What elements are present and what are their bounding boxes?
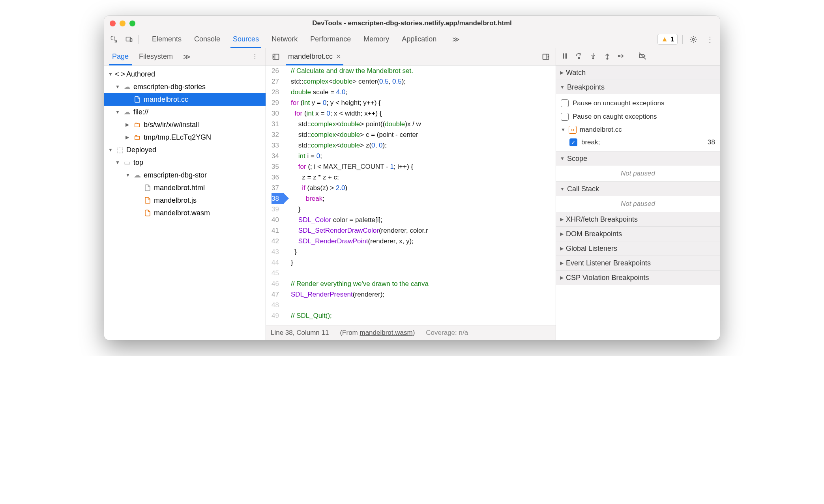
titlebar: DevTools - emscripten-dbg-stories.netlif…: [104, 16, 720, 31]
tab-page[interactable]: Page: [109, 48, 132, 65]
tab-application[interactable]: Application: [395, 31, 443, 48]
main-toolbar: ElementsConsoleSourcesNetworkPerformance…: [104, 31, 720, 48]
breakpoint-file[interactable]: ▼‹›mandelbrot.cc: [561, 123, 715, 136]
pane-breakpoints: ▼Breakpoints Pause on uncaught exception…: [556, 80, 720, 151]
file-tab[interactable]: mandelbrot.cc ✕: [286, 48, 343, 65]
tree-top[interactable]: ▼▭top: [104, 156, 266, 169]
pane-header-global[interactable]: ▶Global Listeners: [556, 241, 720, 256]
pane-global: ▶Global Listeners: [556, 241, 720, 256]
navigator-sidebar: Page Filesystem ≫ ⋮ ▼< >Authored ▼☁emscr…: [104, 48, 266, 340]
svg-point-10: [607, 58, 608, 59]
maximize-window-icon[interactable]: [129, 21, 135, 26]
code-editor[interactable]: 2627282930313233343536373839404142434445…: [266, 65, 556, 325]
pause-icon[interactable]: [561, 52, 569, 62]
pane-header-breakpoints[interactable]: ▼Breakpoints: [556, 80, 720, 94]
pane-header-dom[interactable]: ▶DOM Breakpoints: [556, 227, 720, 241]
tab-filesystem[interactable]: Filesystem: [136, 48, 176, 65]
pane-header-csp[interactable]: ▶CSP Violation Breakpoints: [556, 271, 720, 285]
tab-memory[interactable]: Memory: [357, 31, 395, 48]
pane-watch: ▶Watch: [556, 65, 720, 80]
deactivate-breakpoints-icon[interactable]: [639, 52, 646, 62]
toggle-debugger-icon[interactable]: [540, 51, 552, 63]
pane-header-event[interactable]: ▶Event Listener Breakpoints: [556, 256, 720, 270]
status-bar: Line 38, Column 11 (From mandelbrot.wasm…: [266, 325, 556, 340]
tab-elements[interactable]: Elements: [146, 31, 188, 48]
step-into-icon[interactable]: [589, 52, 597, 62]
tree-deployed[interactable]: ▼⬚Deployed: [104, 144, 266, 156]
minimize-window-icon[interactable]: [120, 21, 125, 26]
pane-xhr: ▶XHR/fetch Breakpoints: [556, 212, 720, 227]
svg-point-11: [618, 55, 620, 56]
tree-authored[interactable]: ▼< >Authored: [104, 68, 266, 80]
window-controls: [110, 21, 135, 26]
source-from: (From mandelbrot.wasm): [340, 329, 415, 337]
tree-file[interactable]: mandelbrot.js: [104, 194, 266, 207]
tab-sources[interactable]: Sources: [227, 31, 265, 48]
tree-file[interactable]: mandelbrot.html: [104, 181, 266, 194]
tree-site[interactable]: ▼☁emscripten-dbg-stories: [104, 80, 266, 93]
device-icon[interactable]: [123, 34, 135, 45]
svg-rect-4: [273, 54, 279, 59]
panel-tabs: ElementsConsoleSourcesNetworkPerformance…: [146, 31, 443, 48]
source-link[interactable]: mandelbrot.wasm: [360, 329, 412, 336]
devtools-window: DevTools - emscripten-dbg-stories.netlif…: [104, 16, 720, 340]
breakpoint-line[interactable]: ✓break;38: [561, 136, 715, 149]
coverage: Coverage: n/a: [426, 329, 468, 337]
pane-header-watch[interactable]: ▶Watch: [556, 65, 720, 80]
close-window-icon[interactable]: [110, 21, 116, 26]
pane-header-xhr[interactable]: ▶XHR/fetch Breakpoints: [556, 212, 720, 226]
svg-rect-5: [543, 54, 549, 59]
inspect-icon[interactable]: [108, 34, 120, 45]
pane-header-callstack[interactable]: ▼Call Stack: [556, 182, 720, 196]
divider: [138, 35, 139, 44]
tree-site[interactable]: ▼☁emscripten-dbg-stor: [104, 169, 266, 181]
pane-header-scope[interactable]: ▼Scope: [556, 151, 720, 166]
warning-count: 1: [670, 36, 674, 43]
warnings-badge[interactable]: ▲ 1: [657, 34, 678, 45]
tree-folder[interactable]: ▶🗀tmp/tmp.ELcTq2YGN: [104, 131, 266, 144]
svg-rect-7: [566, 53, 567, 58]
svg-point-9: [592, 58, 594, 59]
step-icon[interactable]: [618, 52, 625, 62]
close-icon[interactable]: ✕: [336, 53, 341, 60]
editor-tabs: mandelbrot.cc ✕: [266, 48, 556, 65]
tab-network[interactable]: Network: [265, 31, 304, 48]
kebab-icon[interactable]: ⋮: [249, 51, 261, 63]
warning-icon: ▲: [661, 35, 668, 43]
kebab-icon[interactable]: ⋮: [704, 34, 716, 45]
pane-callstack: ▼Call Stack Not paused: [556, 182, 720, 212]
more-icon[interactable]: ≫: [183, 52, 191, 61]
tree-file-proto[interactable]: ▼☁file://: [104, 106, 266, 118]
step-out-icon[interactable]: [603, 52, 611, 62]
pane-csp: ▶CSP Violation Breakpoints: [556, 271, 720, 285]
cursor-position: Line 38, Column 11: [271, 329, 329, 337]
divider: [632, 52, 632, 61]
toggle-navigator-icon[interactable]: [270, 51, 282, 63]
pane-event: ▶Event Listener Breakpoints: [556, 256, 720, 271]
main-body: Page Filesystem ≫ ⋮ ▼< >Authored ▼☁emscr…: [104, 48, 720, 340]
gutter[interactable]: 2627282930313233343536373839404142434445…: [266, 65, 284, 325]
tab-console[interactable]: Console: [188, 31, 227, 48]
checkbox-caught[interactable]: Pause on caught exceptions: [561, 110, 715, 123]
debugger-toolbar: [556, 48, 720, 65]
window-title: DevTools - emscripten-dbg-stories.netlif…: [312, 19, 512, 27]
callstack-not-paused: Not paused: [556, 196, 720, 212]
tree-file[interactable]: mandelbrot.wasm: [104, 207, 266, 219]
step-over-icon[interactable]: [575, 52, 583, 62]
divider: [682, 35, 683, 44]
file-tree: ▼< >Authored ▼☁emscripten-dbg-stories ma…: [104, 65, 266, 340]
svg-point-3: [693, 38, 695, 40]
more-tabs-icon[interactable]: ≫: [446, 31, 466, 48]
checkbox-uncaught[interactable]: Pause on uncaught exceptions: [561, 97, 715, 110]
pane-scope: ▼Scope Not paused: [556, 151, 720, 182]
tree-file-selected[interactable]: mandelbrot.cc: [104, 93, 266, 106]
tab-performance[interactable]: Performance: [304, 31, 357, 48]
svg-rect-6: [563, 53, 564, 58]
tree-folder[interactable]: ▶🗀b/s/w/ir/x/w/install: [104, 118, 266, 131]
scope-not-paused: Not paused: [556, 166, 720, 181]
svg-point-8: [578, 57, 579, 58]
code-content[interactable]: // Calculate and draw the Mandelbrot set…: [284, 65, 556, 325]
editor-area: mandelbrot.cc ✕ 262728293031323334353637…: [266, 48, 556, 340]
settings-icon[interactable]: [687, 34, 699, 45]
svg-rect-0: [111, 36, 114, 39]
